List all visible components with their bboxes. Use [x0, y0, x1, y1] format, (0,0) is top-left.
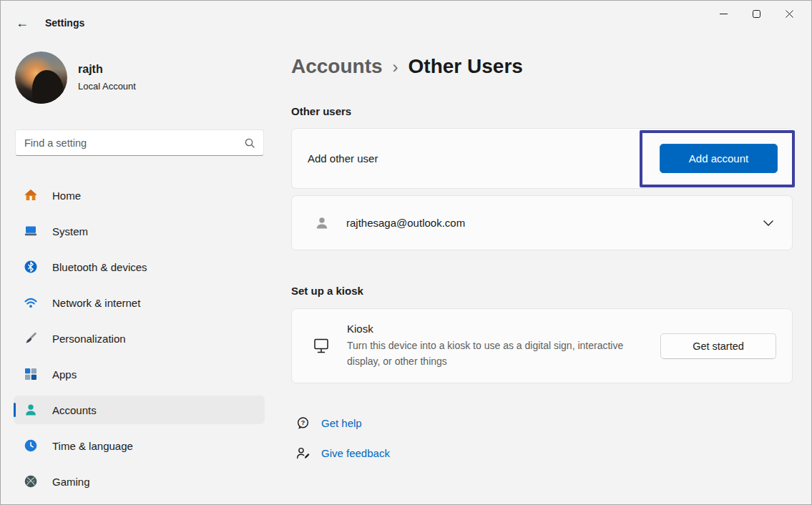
get-help-row: ? Get help	[295, 416, 362, 431]
account-row-card[interactable]: rajthesaga@outlook.com	[291, 195, 793, 250]
minimize-icon	[720, 10, 728, 18]
svg-text:?: ?	[301, 419, 305, 426]
kiosk-icon	[312, 337, 331, 356]
window-title: Settings	[45, 17, 84, 29]
sidebar-item-label: Apps	[52, 368, 77, 381]
sidebar-item-label: Time & language	[52, 440, 133, 452]
home-icon	[24, 188, 38, 202]
close-icon	[786, 10, 793, 18]
selection-indicator	[14, 403, 16, 417]
bluetooth-icon	[24, 260, 38, 274]
sidebar-item-home[interactable]: Home	[14, 181, 265, 210]
breadcrumb-other-users: Other Users	[409, 55, 523, 78]
gaming-icon	[24, 474, 38, 489]
get-help-icon: ?	[295, 416, 310, 431]
user-name: rajth	[78, 63, 103, 76]
main-content: Accounts › Other Users Other users Add o…	[291, 35, 793, 505]
get-help-link[interactable]: Get help	[321, 417, 362, 429]
chevron-down-icon[interactable]	[763, 220, 773, 226]
kiosk-heading: Set up a kiosk	[291, 285, 363, 297]
maximize-button[interactable]	[740, 1, 773, 26]
network-icon	[24, 295, 38, 310]
sidebar-item-label: Personalization	[52, 333, 126, 345]
breadcrumb-separator-icon: ›	[393, 56, 398, 77]
sidebar-item-accounts[interactable]: Accounts	[14, 396, 265, 424]
avatar	[15, 52, 67, 104]
account-email: rajthesaga@outlook.com	[346, 217, 465, 229]
window-controls	[707, 1, 806, 26]
sidebar-item-gaming[interactable]: Gaming	[14, 467, 265, 496]
maximize-icon	[753, 10, 760, 18]
close-button[interactable]	[773, 1, 806, 26]
other-users-heading: Other users	[291, 105, 351, 117]
sidebar-item-label: Network & internet	[52, 297, 140, 309]
personalization-icon	[24, 331, 38, 345]
settings-window: ← Settings rajth Local Account Home	[0, 0, 812, 505]
breadcrumb-accounts[interactable]: Accounts	[291, 55, 383, 78]
sidebar-item-personalization[interactable]: Personalization	[14, 324, 265, 353]
sidebar-item-label: System	[52, 225, 88, 237]
minimize-button[interactable]	[707, 1, 740, 26]
back-button[interactable]: ←	[11, 11, 34, 34]
system-icon	[24, 224, 38, 238]
breadcrumb: Accounts › Other Users	[291, 55, 523, 78]
person-icon	[313, 215, 331, 232]
sidebar-item-label: Bluetooth & devices	[52, 261, 147, 273]
sidebar-item-time-language[interactable]: Time & language	[14, 431, 265, 460]
kiosk-title: Kiosk	[347, 323, 627, 335]
give-feedback-icon	[295, 446, 310, 461]
add-other-user-label: Add other user	[308, 152, 378, 165]
search-icon	[244, 137, 255, 149]
sidebar-nav: Home System Bluetooth & devices Network …	[14, 181, 265, 503]
add-other-user-card: Add other user Add account	[291, 128, 793, 189]
sidebar-item-apps[interactable]: Apps	[14, 360, 265, 388]
time-language-icon	[24, 438, 38, 453]
kiosk-card: Kiosk Turn this device into a kiosk to u…	[291, 308, 793, 383]
sidebar-item-label: Home	[52, 190, 81, 202]
kiosk-text: Kiosk Turn this device into a kiosk to u…	[347, 323, 627, 369]
search-input[interactable]	[16, 130, 263, 155]
give-feedback-row: Give feedback	[295, 446, 390, 461]
kiosk-description: Turn this device into a kiosk to use as …	[347, 338, 627, 369]
sidebar-item-network[interactable]: Network & internet	[14, 288, 265, 317]
sidebar-item-bluetooth[interactable]: Bluetooth & devices	[14, 252, 265, 281]
add-account-button[interactable]: Add account	[660, 144, 778, 173]
sidebar-item-label: Gaming	[52, 476, 90, 488]
give-feedback-link[interactable]: Give feedback	[321, 447, 390, 459]
search-box	[15, 129, 264, 156]
get-started-button[interactable]: Get started	[660, 333, 776, 359]
account-type: Local Account	[78, 81, 136, 92]
apps-icon	[24, 367, 38, 381]
sidebar-item-label: Accounts	[52, 404, 97, 416]
sidebar-item-system[interactable]: System	[14, 217, 265, 245]
accounts-icon	[24, 403, 38, 417]
